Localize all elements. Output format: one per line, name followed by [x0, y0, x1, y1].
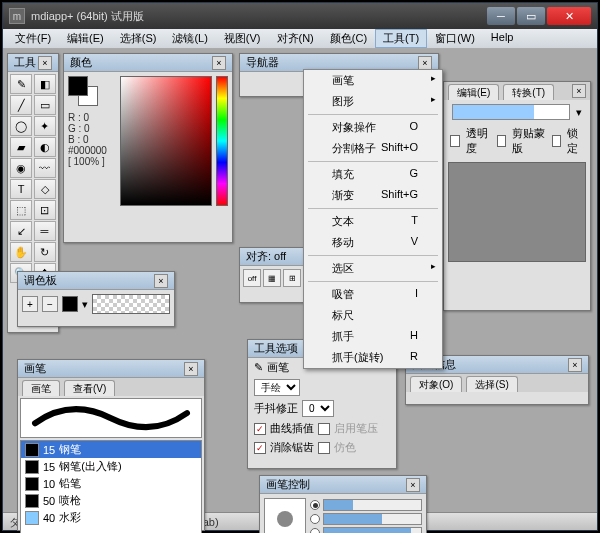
jitter-select[interactable]: 0	[302, 400, 334, 417]
dd-object-op[interactable]: 对象操作O	[304, 117, 442, 138]
dd-brush[interactable]: 画笔	[304, 70, 442, 91]
tab-object[interactable]: 对象(O)	[410, 376, 462, 392]
fill-tool[interactable]: ▰	[10, 137, 32, 157]
tab-selection[interactable]: 选择(S)	[466, 376, 517, 392]
brush-stroke-preview	[20, 398, 202, 438]
dither-checkbox[interactable]	[318, 442, 330, 454]
blur-tool[interactable]: ◉	[10, 158, 32, 178]
panel-close-button[interactable]: ×	[154, 274, 168, 288]
menu-window[interactable]: 窗口(W)	[427, 29, 483, 48]
line-tool[interactable]: ╱	[10, 95, 32, 115]
dd-move[interactable]: 移动V	[304, 232, 442, 253]
dd-ruler[interactable]: 标尺	[304, 305, 442, 326]
palette-swatch[interactable]	[62, 296, 78, 312]
panel-title: 调色板	[24, 273, 57, 288]
ruler-tool[interactable]: ═	[34, 221, 56, 241]
size-slider[interactable]	[323, 499, 422, 511]
pen-tool[interactable]: ✎	[10, 74, 32, 94]
dd-fill[interactable]: 填充G	[304, 164, 442, 185]
lock-checkbox[interactable]	[552, 135, 562, 147]
blend-mode-select[interactable]	[452, 104, 570, 120]
brush-list[interactable]: 15钢笔 15钢笔(出入锋) 10铅笔 50喷枪 40水彩	[20, 440, 202, 533]
align-perspective-button[interactable]: ⊞	[283, 269, 301, 287]
menu-edit[interactable]: 编辑(E)	[59, 29, 112, 48]
panel-close-button[interactable]: ×	[572, 84, 586, 98]
tab-brush[interactable]: 画笔	[22, 380, 60, 396]
opacity-checkbox[interactable]	[450, 135, 460, 147]
dd-gradient[interactable]: 渐变Shift+G	[304, 185, 442, 206]
maximize-button[interactable]: ▭	[517, 7, 545, 25]
tab-transform[interactable]: 转换(T)	[503, 84, 554, 100]
dd-text[interactable]: 文本T	[304, 211, 442, 232]
menu-color[interactable]: 颜色(C)	[322, 29, 375, 48]
brush-item[interactable]: 40水彩	[21, 509, 201, 526]
tab-view[interactable]: 查看(V)	[64, 380, 115, 396]
curve-interp-checkbox[interactable]: ✓	[254, 423, 266, 435]
menu-tools[interactable]: 工具(T)	[375, 29, 427, 48]
hand-tool[interactable]: ✋	[10, 242, 32, 262]
remove-swatch-button[interactable]: −	[42, 296, 58, 312]
param3-slider[interactable]	[323, 527, 422, 533]
antialias-checkbox[interactable]: ✓	[254, 442, 266, 454]
brush-item[interactable]: 15钢笔	[21, 441, 201, 458]
hue-slider[interactable]	[216, 76, 228, 206]
param3-radio[interactable]	[310, 528, 320, 533]
panel-close-button[interactable]: ×	[38, 56, 52, 70]
smudge-tool[interactable]: 〰	[34, 158, 56, 178]
palette-strip[interactable]	[92, 294, 170, 314]
dd-hand-rotate[interactable]: 抓手(旋转)R	[304, 347, 442, 368]
titlebar[interactable]: m mdiapp+ (64bit) 试用版 ─ ▭ ✕	[3, 3, 597, 29]
app-icon: m	[9, 8, 25, 24]
draw-mode-select[interactable]: 手绘	[254, 379, 300, 396]
brush-item[interactable]: 10铅笔	[21, 475, 201, 492]
foreground-swatch[interactable]	[68, 76, 88, 96]
brush-item[interactable]: 15钢笔(出入锋)	[21, 458, 201, 475]
color-swatches[interactable]	[68, 76, 98, 106]
text-tool[interactable]: T	[10, 179, 32, 199]
menu-view[interactable]: 视图(V)	[216, 29, 269, 48]
eraser-tool[interactable]: ◧	[34, 74, 56, 94]
color-panel: 颜色× R : 0 G : 0 B : 0 #000000 [ 100% ]	[63, 53, 233, 243]
gradient-tool[interactable]: ◐	[34, 137, 56, 157]
menu-filter[interactable]: 滤镜(L)	[164, 29, 215, 48]
dd-split-panel[interactable]: 分割格子Shift+O	[304, 138, 442, 159]
menu-align[interactable]: 对齐(N)	[269, 29, 322, 48]
panel-close-button[interactable]: ×	[418, 56, 432, 70]
clipmask-checkbox[interactable]	[497, 135, 507, 147]
lasso-tool[interactable]: ◯	[10, 116, 32, 136]
dd-eyedropper[interactable]: 吸管I	[304, 284, 442, 305]
pen-pressure-checkbox[interactable]	[318, 423, 330, 435]
menu-select[interactable]: 选择(S)	[112, 29, 165, 48]
menu-file[interactable]: 文件(F)	[7, 29, 59, 48]
color-field[interactable]	[120, 76, 212, 206]
brush-item[interactable]: 50喷枪	[21, 492, 201, 509]
marquee-tool[interactable]: ⬚	[10, 200, 32, 220]
rotate-tool[interactable]: ↻	[34, 242, 56, 262]
shape-tool[interactable]: ◇	[34, 179, 56, 199]
rect-tool[interactable]: ▭	[34, 95, 56, 115]
align-off-button[interactable]: off	[243, 269, 261, 287]
tab-edit[interactable]: 编辑(E)	[448, 84, 499, 100]
close-button[interactable]: ✕	[547, 7, 591, 25]
crop-tool[interactable]: ⊡	[34, 200, 56, 220]
dd-selection[interactable]: 选区	[304, 258, 442, 279]
wand-tool[interactable]: ✦	[34, 116, 56, 136]
menu-help[interactable]: Help	[483, 29, 522, 48]
panel-close-button[interactable]: ×	[568, 358, 582, 372]
brush-panel: 画笔× 画笔 查看(V) 15钢笔 15钢笔(出入锋) 10铅笔 50喷枪 40…	[17, 359, 205, 531]
panel-close-button[interactable]: ×	[184, 362, 198, 376]
size-radio[interactable]	[310, 500, 320, 510]
panel-close-button[interactable]: ×	[406, 478, 420, 492]
brush-control-panel: 画笔控制× 直径: 15.0 [px]	[259, 475, 427, 533]
opacity-slider[interactable]	[323, 513, 422, 525]
minimize-button[interactable]: ─	[487, 7, 515, 25]
eyedropper-tool[interactable]: ↙	[10, 221, 32, 241]
align-grid-button[interactable]: ▦	[263, 269, 281, 287]
dd-hand[interactable]: 抓手H	[304, 326, 442, 347]
opacity-radio[interactable]	[310, 514, 320, 524]
panel-close-button[interactable]: ×	[212, 56, 226, 70]
panel-title: 画笔控制	[266, 477, 310, 492]
add-swatch-button[interactable]: +	[22, 296, 38, 312]
dd-shapes[interactable]: 图形	[304, 91, 442, 112]
panel-title: 画笔	[24, 361, 46, 376]
